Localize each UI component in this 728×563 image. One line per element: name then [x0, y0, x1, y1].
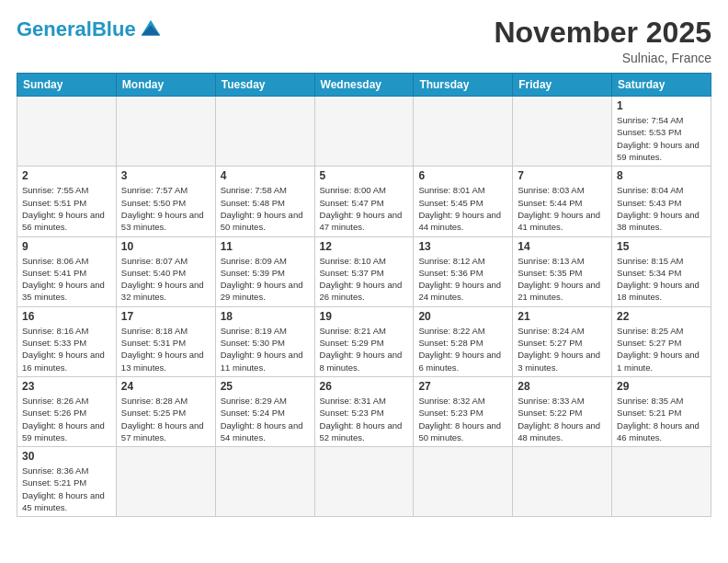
calendar-cell	[215, 447, 314, 517]
day-number: 17	[121, 310, 210, 323]
day-info: Sunrise: 8:10 AMSunset: 5:37 PMDaylight:…	[320, 255, 409, 304]
calendar-cell: 9Sunrise: 8:06 AMSunset: 5:41 PMDaylight…	[17, 236, 117, 306]
day-number: 8	[617, 169, 706, 182]
calendar-cell: 4Sunrise: 7:58 AMSunset: 5:48 PMDaylight…	[215, 167, 314, 236]
calendar-cell	[414, 97, 513, 167]
day-info: Sunrise: 8:00 AMSunset: 5:47 PMDaylight:…	[320, 184, 409, 233]
day-info: Sunrise: 8:16 AMSunset: 5:33 PMDaylight:…	[22, 325, 111, 373]
week-row-2: 2Sunrise: 7:55 AMSunset: 5:51 PMDaylight…	[17, 167, 711, 236]
calendar-cell	[513, 447, 612, 517]
title-area: November 2025 Sulniac, France	[494, 17, 711, 65]
day-number: 16	[22, 310, 111, 323]
calendar-page: GeneralBlue November 2025 Sulniac, Franc…	[0, 0, 728, 563]
day-number: 7	[518, 169, 607, 182]
calendar-cell: 5Sunrise: 8:00 AMSunset: 5:47 PMDaylight…	[314, 167, 414, 236]
calendar-cell: 26Sunrise: 8:31 AMSunset: 5:23 PMDayligh…	[314, 376, 414, 446]
day-info: Sunrise: 8:12 AMSunset: 5:36 PMDaylight:…	[418, 255, 507, 304]
weekday-header-thursday: Thursday	[414, 74, 513, 97]
weekday-header-monday: Monday	[116, 74, 215, 97]
day-number: 28	[518, 380, 607, 393]
calendar-cell: 8Sunrise: 8:04 AMSunset: 5:43 PMDaylight…	[612, 167, 711, 236]
day-info: Sunrise: 8:29 AMSunset: 5:24 PMDaylight:…	[221, 395, 310, 443]
week-row-4: 16Sunrise: 8:16 AMSunset: 5:33 PMDayligh…	[17, 306, 711, 376]
calendar-cell: 14Sunrise: 8:13 AMSunset: 5:35 PMDayligh…	[513, 236, 612, 306]
logo: GeneralBlue	[17, 17, 164, 42]
day-info: Sunrise: 8:25 AMSunset: 5:27 PMDaylight:…	[617, 325, 706, 373]
day-info: Sunrise: 8:35 AMSunset: 5:21 PMDaylight:…	[617, 395, 706, 443]
day-info: Sunrise: 8:28 AMSunset: 5:25 PMDaylight:…	[121, 395, 210, 443]
day-number: 14	[518, 240, 607, 253]
calendar-cell: 10Sunrise: 8:07 AMSunset: 5:40 PMDayligh…	[116, 236, 215, 306]
day-number: 15	[617, 240, 706, 253]
calendar-cell: 13Sunrise: 8:12 AMSunset: 5:36 PMDayligh…	[414, 236, 513, 306]
day-info: Sunrise: 8:18 AMSunset: 5:31 PMDaylight:…	[121, 325, 210, 373]
day-number: 29	[617, 380, 706, 393]
day-info: Sunrise: 7:57 AMSunset: 5:50 PMDaylight:…	[121, 184, 210, 233]
day-info: Sunrise: 8:07 AMSunset: 5:40 PMDaylight:…	[121, 255, 210, 304]
day-info: Sunrise: 8:24 AMSunset: 5:27 PMDaylight:…	[518, 325, 607, 373]
day-number: 10	[121, 240, 210, 253]
day-info: Sunrise: 8:13 AMSunset: 5:35 PMDaylight:…	[518, 255, 607, 304]
calendar-cell: 3Sunrise: 7:57 AMSunset: 5:50 PMDaylight…	[116, 167, 215, 236]
calendar-cell: 29Sunrise: 8:35 AMSunset: 5:21 PMDayligh…	[612, 376, 711, 446]
day-number: 30	[22, 450, 111, 463]
calendar-cell: 17Sunrise: 8:18 AMSunset: 5:31 PMDayligh…	[116, 306, 215, 376]
calendar-cell: 27Sunrise: 8:32 AMSunset: 5:23 PMDayligh…	[414, 376, 513, 446]
day-number: 20	[418, 310, 507, 323]
logo-icon	[138, 17, 164, 42]
day-number: 18	[221, 310, 310, 323]
day-info: Sunrise: 8:36 AMSunset: 5:21 PMDaylight:…	[22, 465, 111, 513]
day-info: Sunrise: 8:22 AMSunset: 5:28 PMDaylight:…	[418, 325, 507, 373]
day-info: Sunrise: 8:31 AMSunset: 5:23 PMDaylight:…	[320, 395, 409, 443]
day-number: 19	[320, 310, 409, 323]
calendar-cell	[513, 97, 612, 167]
calendar-cell	[314, 447, 414, 517]
weekday-header-sunday: Sunday	[17, 74, 117, 97]
week-row-5: 23Sunrise: 8:26 AMSunset: 5:26 PMDayligh…	[17, 376, 711, 446]
calendar-cell: 16Sunrise: 8:16 AMSunset: 5:33 PMDayligh…	[17, 306, 117, 376]
week-row-6: 30Sunrise: 8:36 AMSunset: 5:21 PMDayligh…	[17, 447, 711, 517]
calendar-cell: 12Sunrise: 8:10 AMSunset: 5:37 PMDayligh…	[314, 236, 414, 306]
calendar-cell: 1Sunrise: 7:54 AMSunset: 5:53 PMDaylight…	[612, 97, 711, 167]
month-title: November 2025	[494, 17, 711, 49]
weekday-header-friday: Friday	[513, 74, 612, 97]
calendar-cell: 20Sunrise: 8:22 AMSunset: 5:28 PMDayligh…	[414, 306, 513, 376]
day-number: 22	[617, 310, 706, 323]
day-number: 25	[221, 380, 310, 393]
day-info: Sunrise: 8:15 AMSunset: 5:34 PMDaylight:…	[617, 255, 706, 304]
day-number: 12	[320, 240, 409, 253]
week-row-1: 1Sunrise: 7:54 AMSunset: 5:53 PMDaylight…	[17, 97, 711, 167]
calendar-cell: 28Sunrise: 8:33 AMSunset: 5:22 PMDayligh…	[513, 376, 612, 446]
day-info: Sunrise: 8:06 AMSunset: 5:41 PMDaylight:…	[22, 255, 111, 304]
day-info: Sunrise: 7:55 AMSunset: 5:51 PMDaylight:…	[22, 184, 111, 233]
day-number: 5	[320, 169, 409, 182]
calendar-cell: 15Sunrise: 8:15 AMSunset: 5:34 PMDayligh…	[612, 236, 711, 306]
header: GeneralBlue November 2025 Sulniac, Franc…	[17, 17, 711, 65]
calendar-cell: 19Sunrise: 8:21 AMSunset: 5:29 PMDayligh…	[314, 306, 414, 376]
day-number: 27	[418, 380, 507, 393]
day-info: Sunrise: 8:26 AMSunset: 5:26 PMDaylight:…	[22, 395, 111, 443]
day-info: Sunrise: 8:01 AMSunset: 5:45 PMDaylight:…	[418, 184, 507, 233]
weekday-header-wednesday: Wednesday	[314, 74, 414, 97]
calendar-cell: 30Sunrise: 8:36 AMSunset: 5:21 PMDayligh…	[17, 447, 117, 517]
weekday-header-tuesday: Tuesday	[215, 74, 314, 97]
calendar-cell	[612, 447, 711, 517]
weekday-header-saturday: Saturday	[612, 74, 711, 97]
calendar-cell	[215, 97, 314, 167]
day-info: Sunrise: 8:21 AMSunset: 5:29 PMDaylight:…	[320, 325, 409, 373]
logo-text: GeneralBlue	[17, 18, 136, 40]
calendar-cell: 24Sunrise: 8:28 AMSunset: 5:25 PMDayligh…	[116, 376, 215, 446]
day-info: Sunrise: 8:19 AMSunset: 5:30 PMDaylight:…	[221, 325, 310, 373]
day-number: 9	[22, 240, 111, 253]
day-info: Sunrise: 7:58 AMSunset: 5:48 PMDaylight:…	[221, 184, 310, 233]
weekday-header-row: SundayMondayTuesdayWednesdayThursdayFrid…	[17, 74, 711, 97]
day-number: 3	[121, 169, 210, 182]
day-number: 6	[418, 169, 507, 182]
location: Sulniac, France	[494, 51, 711, 65]
day-number: 23	[22, 380, 111, 393]
svg-marker-1	[141, 25, 160, 35]
calendar-cell: 21Sunrise: 8:24 AMSunset: 5:27 PMDayligh…	[513, 306, 612, 376]
calendar-cell: 2Sunrise: 7:55 AMSunset: 5:51 PMDaylight…	[17, 167, 117, 236]
calendar-cell	[116, 97, 215, 167]
day-info: Sunrise: 8:03 AMSunset: 5:44 PMDaylight:…	[518, 184, 607, 233]
